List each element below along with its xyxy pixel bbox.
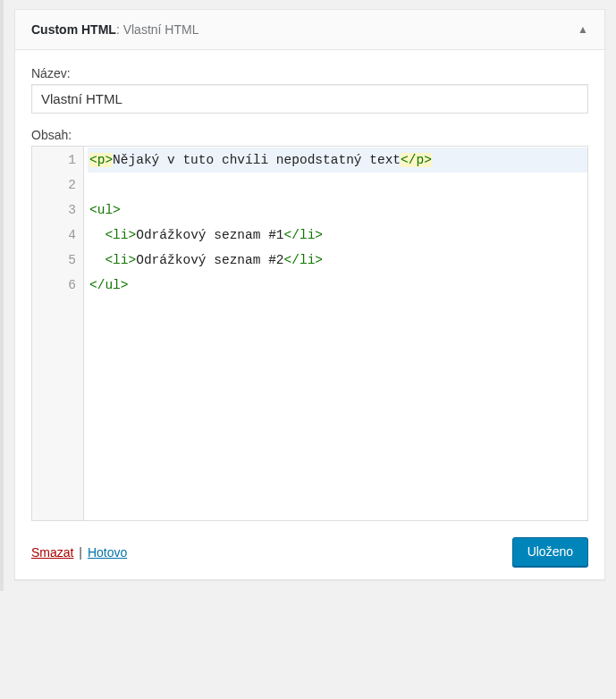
line-number: 6	[32, 273, 76, 298]
code-tag: </li>	[284, 228, 324, 242]
line-number: 3	[32, 198, 76, 223]
name-input[interactable]	[31, 84, 588, 114]
save-button[interactable]: Uloženo	[512, 537, 588, 567]
code-tag: <ul>	[89, 203, 121, 217]
code-tag: <li>	[105, 228, 136, 242]
close-link[interactable]: Hotovo	[88, 545, 127, 560]
code-text: Odrážkový seznam #2	[136, 253, 283, 267]
name-label: Název:	[31, 66, 588, 80]
delete-link[interactable]: Smazat	[31, 545, 73, 560]
code-text	[89, 253, 105, 267]
code-line[interactable]: <ul>	[88, 198, 587, 223]
line-number: 2	[32, 173, 76, 198]
widget-box: Custom HTML: Vlastní HTML ▲ Název: Obsah…	[14, 9, 605, 580]
code-tag: <li>	[105, 253, 136, 267]
code-line[interactable]: <li>Odrážkový seznam #2</li>	[88, 248, 587, 273]
widget-title-sep: :	[116, 22, 123, 37]
collapse-toggle-icon[interactable]: ▲	[578, 23, 588, 36]
code-line[interactable]: <li>Odrážkový seznam #1</li>	[88, 223, 587, 248]
line-number: 1	[32, 147, 76, 173]
code-line[interactable]: </ul>	[88, 273, 587, 298]
code-tag: <p>	[89, 153, 113, 167]
code-tag: </ul>	[89, 278, 129, 292]
code-text: Nějaký v tuto chvíli nepodstatný text	[113, 153, 401, 167]
code-line[interactable]	[88, 173, 587, 198]
code-text: Odrážkový seznam #1	[136, 228, 283, 242]
widget-title-sub: Vlastní HTML	[123, 22, 199, 37]
code-editor[interactable]: 123456 <p>Nějaký v tuto chvíli nepodstat…	[31, 146, 588, 521]
code-text	[89, 228, 105, 242]
footer-links: Smazat | Hotovo	[31, 545, 127, 560]
code-tag: </p>	[401, 153, 432, 167]
line-number: 4	[32, 223, 76, 248]
code-line[interactable]: <p>Nějaký v tuto chvíli nepodstatný text…	[88, 147, 587, 173]
footer-separator: |	[75, 545, 85, 560]
widget-title: Custom HTML: Vlastní HTML	[31, 22, 198, 37]
widget-wrapper: Custom HTML: Vlastní HTML ▲ Název: Obsah…	[0, 0, 616, 591]
widget-title-main: Custom HTML	[31, 22, 116, 37]
code-area[interactable]: <p>Nějaký v tuto chvíli nepodstatný text…	[84, 147, 587, 520]
widget-body: Název: Obsah: 123456 <p>Nějaký v tuto ch…	[15, 50, 604, 579]
widget-footer: Smazat | Hotovo Uloženo	[31, 537, 588, 567]
line-number: 5	[32, 248, 76, 273]
code-tag: </li>	[284, 253, 324, 267]
content-label: Obsah:	[31, 128, 588, 142]
code-gutter: 123456	[32, 147, 84, 520]
widget-header[interactable]: Custom HTML: Vlastní HTML ▲	[15, 10, 604, 50]
